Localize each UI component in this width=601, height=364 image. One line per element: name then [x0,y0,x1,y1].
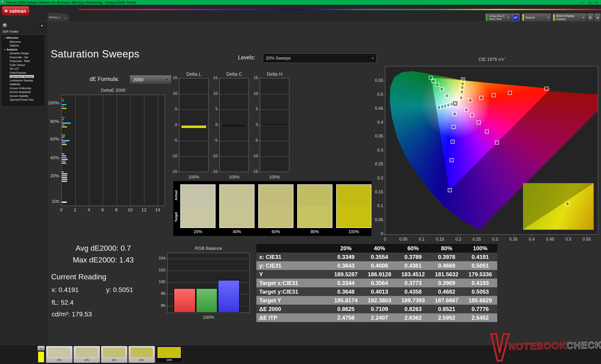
cie-marker-dot [436,84,438,86]
sidebar-item-color-gamut[interactable]: Color Gamut [1,63,45,67]
swatch-actual [220,185,254,206]
table-row: Target Y195.8174192.3803189.7393187.6667… [256,296,497,305]
add-tab-button[interactable]: + [62,14,69,21]
table-row: Y189.5287186.9128183.4512181.5632179.533… [256,270,497,279]
scroll-up-button[interactable]: ▲ [38,346,45,351]
y-tick-label: 80% [41,119,59,124]
sidebar-item-analysis[interactable]: Analysis [1,48,45,52]
y-tick-mark [384,151,385,151]
settings-button[interactable]: ⚙ [587,13,594,22]
display-control-button[interactable]: Direct Display Control ▼ [552,13,587,22]
y-tick-label: -10 [248,154,258,158]
expander-icon [4,37,5,38]
y-tick-label: -5 [167,138,177,143]
sidebar-item-dynamic-range[interactable]: Dynamic Range [1,51,45,55]
table-column-header: 20% [329,245,363,252]
maximize-button[interactable]: ▢ [589,1,591,4]
sidebar-item-saturation-sweeps[interactable]: Saturation Sweeps [1,75,45,78]
sidebar-item-options[interactable]: Options [1,44,45,48]
de-formula-dropdown[interactable]: 2000 ▼ [130,75,172,85]
table-row-label: y: CIE31 [256,262,329,269]
x-tick-label: 8 [112,207,121,212]
actual-target-swatch-panel: ActualTarget20%40%60%80%100% [173,181,371,236]
cie-marker-dot [461,86,463,89]
y-tick-label: 5 [167,107,177,111]
cie-marker-dot [446,94,448,97]
gridline [117,95,117,206]
close-button[interactable]: ✕ [595,1,598,4]
table-cell: 0.4191 [463,254,497,260]
current-patch-chip [38,352,44,362]
thumbnail-60%[interactable]: 60% [101,346,128,363]
sidebar-item-grayscale-multi[interactable]: Grayscale - Multi [1,59,45,63]
thumbnail-80%[interactable]: 80% [128,346,155,363]
cie-chart-title: CIE 1976 u'v' [385,57,598,62]
sidebar-item-label: Dynamic Range [10,52,29,55]
collapse-panel-button[interactable]: ◀ [594,13,601,22]
cie-marker [495,141,499,145]
thumbnail-100%[interactable]: 100% [156,346,182,363]
gridline [75,95,76,206]
x-tick-mark [587,235,587,236]
levels-dropdown[interactable]: 20% Sweeps ▼ [263,53,377,63]
sidebar-item-welcome[interactable]: Welcome [1,40,45,44]
y-tick-label: 0.1 [370,203,383,208]
table-cell: 0.3648 [329,288,363,295]
sidebar-item-screen-uniformity[interactable]: Screen Uniformity [1,86,45,90]
gridline [260,141,289,141]
sidebar-collapse-button[interactable]: ◀ [39,23,44,28]
table-column-header: 80% [430,245,463,252]
deltae-bar-80% [61,122,71,124]
sidebar-item-label: Saturation Sweeps [10,75,34,78]
reading-cdm2: cd/m²: 179.53 [52,311,92,318]
deltae-bar-20% [61,177,67,179]
delta-x-label: 100% [220,175,249,180]
meter-mode: Direct View [489,18,504,20]
sidebar-item-screen-stability[interactable]: Screen Stability [1,94,45,98]
sidebar-item-luminance-sweeps[interactable]: Luminance Sweeps [1,78,45,83]
y-tick-mark [166,270,167,271]
table-cell: 195.8174 [329,297,363,304]
x-tick-mark [477,235,477,236]
calman-menu-button[interactable]: ❖ calman ▼ [2,6,29,16]
deltae-bar-80% [61,124,65,126]
y-tick-label: 0.45 [370,106,383,111]
cie-marker [508,91,512,95]
table-cell: 0.3349 [329,254,363,260]
up-arrow-icon: ▲ [40,347,42,349]
deltae-bar-40% [61,155,66,157]
sidebar-item-screen-angularity[interactable]: Screen Angularity [1,90,45,94]
y-tick-label: 5 [248,107,258,111]
sidebar-item-additivity[interactable]: Additivity [1,82,45,86]
cie-marker-dot [567,202,568,205]
thumbnail-label: 60% [101,359,127,361]
minimize-button[interactable]: — [581,1,584,4]
table-cell: 0.8263 [396,306,430,312]
thumbnail-20%[interactable]: 20% [46,346,72,363]
cie-marker-dot [444,105,446,107]
thumbnail-40%[interactable]: 40% [73,346,100,363]
source-selector-button[interactable]: Source ▼ [521,13,551,22]
meter-selector-button[interactable]: X-Rite i1Pro 2 Direct View ▼ [485,13,511,22]
reading-fl: fL: 52.4 [52,299,73,306]
cie-marker-dot [478,121,480,124]
y-tick-label: 0.25 [370,162,383,166]
meter-badge-box[interactable]: 237 [511,13,520,22]
sidebar-item-welcome[interactable]: Welcome [1,36,45,40]
swatch-target [298,206,332,228]
tab-history-1[interactable]: History 1 [48,13,62,21]
table-cell: 0.3554 [363,254,396,260]
sidebar-item-colorchecker[interactable]: ColorChecker [1,71,45,75]
cie-marker-dot [465,109,467,111]
chevron-down-icon: ▼ [582,16,585,19]
sidebar-item-3d-lut[interactable]: 3D LUT [1,67,45,71]
cie-marker [464,108,468,112]
sidebar-pin-button[interactable] [3,23,7,28]
x-tick-mark [495,235,495,236]
table-cell: 0.5051 [463,262,497,269]
cie-marker-dot [453,125,454,128]
sidebar-item-spectral-power-dist-[interactable]: Spectral Power Dist. [1,98,45,102]
cie-marker [468,98,472,102]
sidebar-item-grayscale-2pt[interactable]: Grayscale - 2pt [1,55,45,59]
delta-x-label: 100% [260,175,289,180]
